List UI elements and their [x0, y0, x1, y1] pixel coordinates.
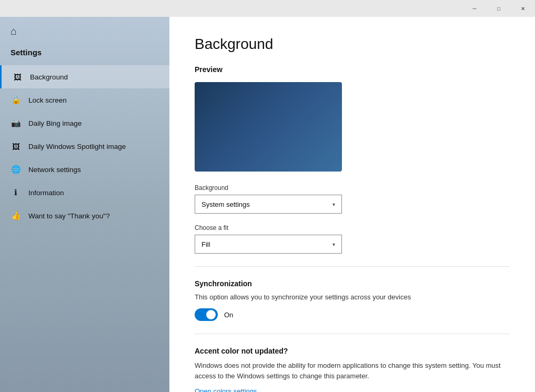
- background-dropdown[interactable]: System settings ▾: [195, 195, 342, 214]
- sidebar-item-daily-spotlight[interactable]: 🖼Daily Windows Spotlight image: [0, 135, 169, 158]
- lock-screen-icon: 🔒: [11, 95, 21, 105]
- toggle-state-label: On: [224, 311, 233, 319]
- fit-dropdown-label: Choose a fit: [195, 224, 510, 232]
- toggle-knob: [206, 310, 216, 319]
- sidebar-label-thank-you: Want to say "Thank you"?: [28, 212, 110, 220]
- background-dropdown-arrow: ▾: [332, 202, 335, 207]
- fit-dropdown-arrow: ▾: [332, 242, 335, 247]
- close-button[interactable]: ✕: [511, 0, 535, 17]
- fit-dropdown-wrap: Choose a fit Fill ▾: [195, 224, 510, 254]
- sync-description: This option allows you to synchronize yo…: [195, 293, 510, 301]
- accent-description: Windows does not provide the ability for…: [195, 360, 510, 381]
- sidebar-title: Settings: [0, 46, 169, 65]
- background-icon: 🖼: [12, 72, 23, 82]
- titlebar: ─ □ ✕: [0, 0, 535, 17]
- sidebar-label-daily-bing: Daily Bing image: [28, 119, 82, 127]
- sidebar-item-information[interactable]: ℹInformation: [0, 181, 169, 204]
- sync-toggle[interactable]: [195, 308, 218, 321]
- background-preview: [195, 82, 342, 172]
- sidebar: ⌂ Settings 🖼Background🔒Lock screen📷Daily…: [0, 17, 169, 392]
- sidebar-nav: 🖼Background🔒Lock screen📷Daily Bing image…: [0, 65, 169, 392]
- sidebar-item-background[interactable]: 🖼Background: [0, 65, 169, 88]
- thank-you-icon: 👍: [11, 210, 21, 221]
- daily-spotlight-icon: 🖼: [11, 141, 21, 152]
- open-colors-link[interactable]: Open colors settings: [195, 387, 257, 392]
- daily-bing-icon: 📷: [11, 118, 21, 128]
- divider-1: [195, 266, 510, 267]
- background-dropdown-label: Background: [195, 184, 510, 192]
- maximize-button[interactable]: □: [487, 0, 511, 17]
- background-dropdown-value: System settings: [201, 200, 250, 208]
- minimize-button[interactable]: ─: [462, 0, 487, 17]
- sidebar-label-daily-spotlight: Daily Windows Spotlight image: [28, 143, 126, 150]
- sidebar-home[interactable]: ⌂: [0, 17, 169, 46]
- preview-section-title: Preview: [195, 65, 510, 74]
- sidebar-item-network[interactable]: 🌐Network settings: [0, 158, 169, 181]
- sidebar-item-daily-bing[interactable]: 📷Daily Bing image: [0, 112, 169, 135]
- background-dropdown-wrap: Background System settings ▾: [195, 184, 510, 214]
- toggle-row: On: [195, 308, 510, 321]
- page-title: Background: [195, 36, 510, 53]
- divider-2: [195, 334, 510, 334]
- fit-dropdown[interactable]: Fill ▾: [195, 235, 342, 254]
- sidebar-label-information: Information: [28, 189, 64, 197]
- sidebar-label-background: Background: [30, 73, 68, 81]
- sidebar-item-thank-you[interactable]: 👍Want to say "Thank you"?: [0, 204, 169, 227]
- home-icon: ⌂: [11, 25, 17, 37]
- sidebar-item-lock-screen[interactable]: 🔒Lock screen: [0, 88, 169, 112]
- accent-title: Accent color not updated?: [195, 347, 510, 355]
- content-area: Background Preview Background System set…: [169, 17, 535, 392]
- network-icon: 🌐: [11, 164, 21, 175]
- fit-dropdown-value: Fill: [201, 240, 210, 248]
- sidebar-label-network: Network settings: [28, 166, 81, 174]
- app-container: ⌂ Settings 🖼Background🔒Lock screen📷Daily…: [0, 17, 535, 392]
- sidebar-label-lock-screen: Lock screen: [28, 96, 67, 104]
- information-icon: ℹ: [11, 187, 21, 198]
- sync-title: Synchronization: [195, 279, 510, 288]
